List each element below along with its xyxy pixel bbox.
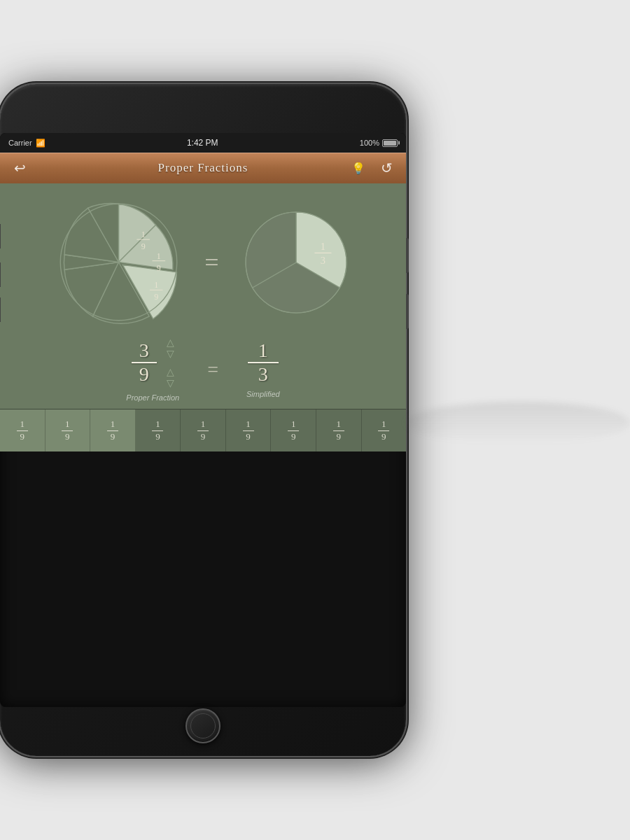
tablet-outer: Carrier 📶 1:42 PM 100% ↩ Proper Fraction… — [0, 84, 406, 756]
equals-center: = — [207, 358, 218, 381]
svg-text:1: 1 — [320, 241, 325, 252]
status-bar: Carrier 📶 1:42 PM 100% — [0, 133, 406, 153]
proper-numerator: 3 — [139, 341, 149, 360]
battery-indicator — [382, 139, 398, 147]
left-pie-container: 1 9 1 9 1 — [54, 197, 183, 327]
arrows-column: △ ▽ △ ▽ — [167, 337, 174, 388]
simplified-label: Simplified — [246, 390, 280, 398]
tile-8[interactable]: 19 — [316, 410, 362, 451]
home-button[interactable] — [186, 708, 220, 743]
simplified-fraction-group: 1 3 Simplified — [246, 341, 280, 398]
up-arrow-num[interactable]: △ — [167, 337, 174, 347]
tile-4[interactable]: 19 — [136, 410, 181, 451]
simplified-fraction: 1 3 — [248, 341, 279, 384]
proper-denominator: 9 — [139, 365, 149, 384]
simplified-numerator: 1 — [258, 341, 268, 360]
tile-1[interactable]: 19 — [0, 410, 46, 451]
svg-text:3: 3 — [320, 255, 325, 266]
svg-text:9: 9 — [154, 292, 158, 302]
tile-3[interactable]: 19 — [90, 410, 136, 451]
svg-text:1: 1 — [157, 251, 161, 261]
nav-title: Proper Fractions — [158, 161, 248, 175]
tile-5[interactable]: 19 — [181, 410, 226, 451]
equals-left: = — [204, 248, 218, 277]
proper-fraction: 3 9 — [132, 341, 157, 384]
tile-2[interactable]: 19 — [46, 410, 91, 451]
status-time: 1:42 PM — [187, 138, 218, 148]
tile-9[interactable]: 19 — [362, 410, 407, 451]
nav-bar: ↩ Proper Fractions 💡 ↺ — [0, 153, 406, 183]
fraction-display: 3 9 △ ▽ △ ▽ Proper Fraction — [0, 327, 406, 409]
charts-area: 1 9 1 9 1 — [0, 183, 406, 327]
tile-6[interactable]: 19 — [226, 410, 272, 451]
down-arrow-den[interactable]: ▽ — [167, 378, 174, 388]
back-button[interactable]: ↩ — [8, 157, 31, 179]
up-arrow-den[interactable]: △ — [167, 367, 174, 377]
svg-text:1: 1 — [154, 281, 158, 290]
wifi-icon: 📶 — [36, 139, 46, 148]
fraction-tiles-row: 19 19 19 19 19 19 19 — [0, 409, 406, 451]
svg-text:1: 1 — [141, 230, 146, 239]
svg-text:9: 9 — [141, 241, 146, 251]
svg-text:9: 9 — [157, 263, 161, 273]
nav-right-buttons: 💡 ↺ — [347, 157, 398, 179]
hint-button[interactable]: 💡 — [347, 157, 370, 179]
app-screen: 1 9 1 9 1 — [0, 183, 406, 451]
tile-7[interactable]: 19 — [271, 410, 316, 451]
tablet-reflection — [406, 402, 630, 444]
simplified-denominator: 3 — [258, 365, 268, 384]
refresh-button[interactable]: ↺ — [375, 157, 398, 179]
left-pie-chart: 1 9 1 9 1 — [54, 197, 183, 327]
right-pie-container: 1 3 — [240, 206, 352, 318]
carrier-label: Carrier — [8, 139, 32, 147]
screen-bezel: Carrier 📶 1:42 PM 100% ↩ Proper Fraction… — [0, 133, 406, 707]
proper-fraction-group: 3 9 △ ▽ △ ▽ Proper Fraction — [126, 337, 179, 402]
home-button-inner — [190, 713, 216, 738]
right-pie-chart: 1 3 — [240, 206, 352, 318]
battery-label: 100% — [360, 139, 379, 147]
home-button-area — [186, 708, 220, 743]
down-arrow-num[interactable]: ▽ — [167, 349, 174, 358]
proper-fraction-label: Proper Fraction — [126, 393, 179, 402]
